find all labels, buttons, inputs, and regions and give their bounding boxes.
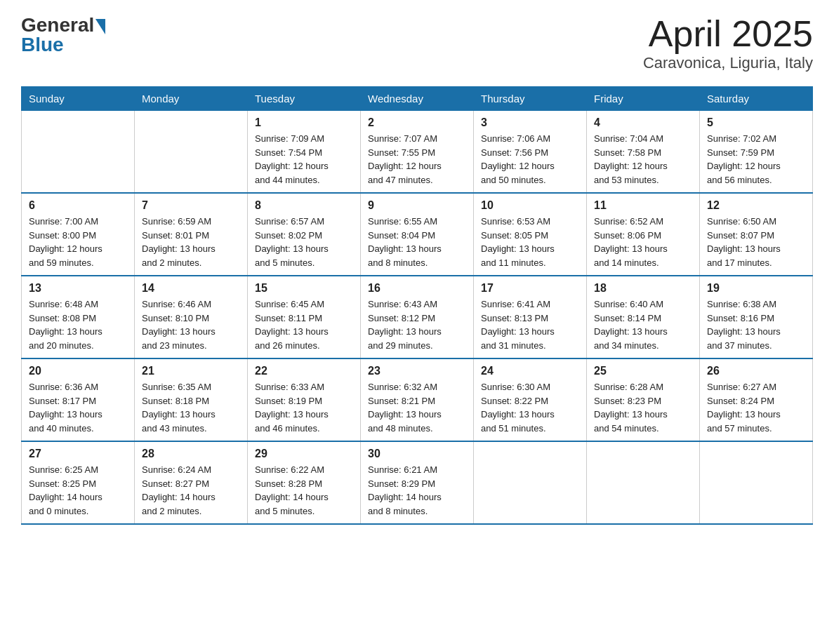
calendar-cell: 17Sunrise: 6:41 AM Sunset: 8:13 PM Dayli… (474, 276, 587, 358)
day-number: 15 (255, 282, 353, 295)
calendar-cell: 30Sunrise: 6:21 AM Sunset: 8:29 PM Dayli… (361, 441, 474, 524)
calendar-cell: 24Sunrise: 6:30 AM Sunset: 8:22 PM Dayli… (474, 358, 587, 441)
day-info: Sunrise: 6:59 AM Sunset: 8:01 PM Dayligh… (142, 216, 216, 268)
header-saturday: Saturday (700, 87, 813, 111)
calendar-cell: 15Sunrise: 6:45 AM Sunset: 8:11 PM Dayli… (248, 276, 361, 358)
calendar-cell: 18Sunrise: 6:40 AM Sunset: 8:14 PM Dayli… (587, 276, 700, 358)
calendar-cell: 9Sunrise: 6:55 AM Sunset: 8:04 PM Daylig… (361, 193, 474, 276)
day-info: Sunrise: 6:38 AM Sunset: 8:16 PM Dayligh… (707, 299, 781, 351)
day-info: Sunrise: 6:48 AM Sunset: 8:08 PM Dayligh… (29, 299, 102, 351)
day-info: Sunrise: 6:55 AM Sunset: 8:04 PM Dayligh… (368, 216, 442, 268)
day-info: Sunrise: 6:28 AM Sunset: 8:23 PM Dayligh… (594, 382, 668, 434)
day-info: Sunrise: 6:52 AM Sunset: 8:06 PM Dayligh… (594, 216, 668, 268)
day-number: 13 (29, 282, 127, 295)
day-info: Sunrise: 6:22 AM Sunset: 8:28 PM Dayligh… (255, 464, 329, 516)
day-info: Sunrise: 6:32 AM Sunset: 8:21 PM Dayligh… (368, 382, 442, 434)
day-number: 14 (142, 282, 240, 295)
day-info: Sunrise: 6:30 AM Sunset: 8:22 PM Dayligh… (481, 382, 555, 434)
calendar-cell: 5Sunrise: 7:02 AM Sunset: 7:59 PM Daylig… (700, 111, 813, 194)
header-row: SundayMondayTuesdayWednesdayThursdayFrid… (22, 87, 813, 111)
calendar-cell: 25Sunrise: 6:28 AM Sunset: 8:23 PM Dayli… (587, 358, 700, 441)
week-row-1: 1Sunrise: 7:09 AM Sunset: 7:54 PM Daylig… (22, 111, 813, 194)
day-number: 19 (707, 282, 805, 295)
day-number: 11 (594, 199, 692, 212)
day-info: Sunrise: 6:43 AM Sunset: 8:12 PM Dayligh… (368, 299, 442, 351)
day-number: 24 (481, 365, 579, 377)
calendar-cell: 6Sunrise: 7:00 AM Sunset: 8:00 PM Daylig… (22, 193, 135, 276)
week-row-2: 6Sunrise: 7:00 AM Sunset: 8:00 PM Daylig… (22, 193, 813, 276)
page-header: General Blue April 2025 Caravonica, Ligu… (21, 14, 813, 72)
calendar-subtitle: Caravonica, Liguria, Italy (643, 54, 813, 72)
day-info: Sunrise: 6:45 AM Sunset: 8:11 PM Dayligh… (255, 299, 329, 351)
calendar-cell (22, 111, 135, 194)
day-number: 8 (255, 199, 353, 212)
day-number: 29 (255, 448, 353, 460)
day-number: 3 (481, 116, 579, 129)
day-info: Sunrise: 7:09 AM Sunset: 7:54 PM Dayligh… (255, 133, 329, 185)
day-number: 5 (707, 116, 805, 129)
day-info: Sunrise: 7:00 AM Sunset: 8:00 PM Dayligh… (29, 216, 102, 268)
day-info: Sunrise: 6:24 AM Sunset: 8:27 PM Dayligh… (142, 464, 216, 516)
day-info: Sunrise: 7:02 AM Sunset: 7:59 PM Dayligh… (707, 133, 781, 185)
day-number: 21 (142, 365, 240, 377)
day-info: Sunrise: 7:07 AM Sunset: 7:55 PM Dayligh… (368, 133, 442, 185)
day-number: 16 (368, 282, 466, 295)
calendar-cell: 26Sunrise: 6:27 AM Sunset: 8:24 PM Dayli… (700, 358, 813, 441)
day-number: 10 (481, 199, 579, 212)
week-row-5: 27Sunrise: 6:25 AM Sunset: 8:25 PM Dayli… (22, 441, 813, 524)
calendar-cell: 20Sunrise: 6:36 AM Sunset: 8:17 PM Dayli… (22, 358, 135, 441)
calendar-cell: 29Sunrise: 6:22 AM Sunset: 8:28 PM Dayli… (248, 441, 361, 524)
day-info: Sunrise: 6:35 AM Sunset: 8:18 PM Dayligh… (142, 382, 216, 434)
calendar-cell: 2Sunrise: 7:07 AM Sunset: 7:55 PM Daylig… (361, 111, 474, 194)
calendar-cell: 19Sunrise: 6:38 AM Sunset: 8:16 PM Dayli… (700, 276, 813, 358)
day-number: 22 (255, 365, 353, 377)
calendar-cell: 28Sunrise: 6:24 AM Sunset: 8:27 PM Dayli… (135, 441, 248, 524)
week-row-4: 20Sunrise: 6:36 AM Sunset: 8:17 PM Dayli… (22, 358, 813, 441)
header-sunday: Sunday (22, 87, 135, 111)
day-info: Sunrise: 6:41 AM Sunset: 8:13 PM Dayligh… (481, 299, 555, 351)
day-number: 20 (29, 365, 127, 377)
calendar-cell: 23Sunrise: 6:32 AM Sunset: 8:21 PM Dayli… (361, 358, 474, 441)
day-number: 17 (481, 282, 579, 295)
day-info: Sunrise: 6:25 AM Sunset: 8:25 PM Dayligh… (29, 464, 102, 516)
logo-arrow-icon (95, 19, 105, 34)
day-number: 6 (29, 199, 127, 212)
day-number: 25 (594, 365, 692, 377)
calendar-header: SundayMondayTuesdayWednesdayThursdayFrid… (22, 87, 813, 111)
day-info: Sunrise: 6:27 AM Sunset: 8:24 PM Dayligh… (707, 382, 781, 434)
calendar-cell: 27Sunrise: 6:25 AM Sunset: 8:25 PM Dayli… (22, 441, 135, 524)
calendar-table: SundayMondayTuesdayWednesdayThursdayFrid… (21, 86, 813, 525)
day-number: 2 (368, 116, 466, 129)
calendar-cell: 22Sunrise: 6:33 AM Sunset: 8:19 PM Dayli… (248, 358, 361, 441)
calendar-cell: 12Sunrise: 6:50 AM Sunset: 8:07 PM Dayli… (700, 193, 813, 276)
logo: General Blue (21, 14, 105, 56)
day-info: Sunrise: 7:04 AM Sunset: 7:58 PM Dayligh… (594, 133, 668, 185)
day-info: Sunrise: 6:50 AM Sunset: 8:07 PM Dayligh… (707, 216, 781, 268)
calendar-cell: 4Sunrise: 7:04 AM Sunset: 7:58 PM Daylig… (587, 111, 700, 194)
day-info: Sunrise: 6:40 AM Sunset: 8:14 PM Dayligh… (594, 299, 668, 351)
day-number: 27 (29, 448, 127, 460)
day-number: 18 (594, 282, 692, 295)
day-info: Sunrise: 6:33 AM Sunset: 8:19 PM Dayligh… (255, 382, 329, 434)
week-row-3: 13Sunrise: 6:48 AM Sunset: 8:08 PM Dayli… (22, 276, 813, 358)
day-info: Sunrise: 6:36 AM Sunset: 8:17 PM Dayligh… (29, 382, 102, 434)
header-wednesday: Wednesday (361, 87, 474, 111)
day-number: 1 (255, 116, 353, 129)
title-block: April 2025 Caravonica, Liguria, Italy (643, 14, 813, 72)
calendar-cell: 1Sunrise: 7:09 AM Sunset: 7:54 PM Daylig… (248, 111, 361, 194)
day-info: Sunrise: 6:57 AM Sunset: 8:02 PM Dayligh… (255, 216, 329, 268)
day-number: 28 (142, 448, 240, 460)
calendar-cell: 7Sunrise: 6:59 AM Sunset: 8:01 PM Daylig… (135, 193, 248, 276)
calendar-cell: 14Sunrise: 6:46 AM Sunset: 8:10 PM Dayli… (135, 276, 248, 358)
day-number: 23 (368, 365, 466, 377)
day-number: 9 (368, 199, 466, 212)
calendar-cell: 10Sunrise: 6:53 AM Sunset: 8:05 PM Dayli… (474, 193, 587, 276)
header-monday: Monday (135, 87, 248, 111)
calendar-cell: 13Sunrise: 6:48 AM Sunset: 8:08 PM Dayli… (22, 276, 135, 358)
calendar-body: 1Sunrise: 7:09 AM Sunset: 7:54 PM Daylig… (22, 111, 813, 525)
day-number: 26 (707, 365, 805, 377)
day-number: 4 (594, 116, 692, 129)
day-info: Sunrise: 6:53 AM Sunset: 8:05 PM Dayligh… (481, 216, 555, 268)
calendar-cell (135, 111, 248, 194)
logo-blue-text: Blue (21, 34, 64, 56)
